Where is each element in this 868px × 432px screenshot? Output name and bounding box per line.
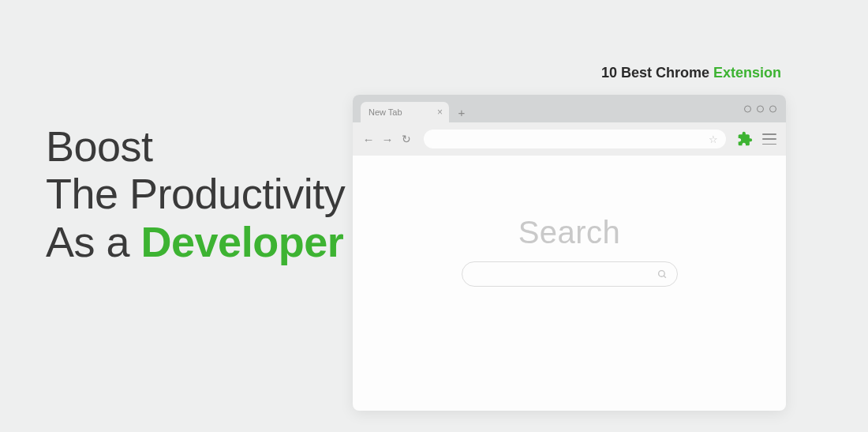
tab-label: New Tab bbox=[369, 107, 402, 117]
back-button[interactable]: ← bbox=[362, 133, 375, 146]
browser-tab[interactable]: New Tab × bbox=[361, 102, 449, 122]
hero-line-3: As a Developer bbox=[46, 218, 345, 265]
browser-window: New Tab × + ← → ↻ ☆ Search bbox=[353, 95, 786, 411]
heading-accent: Extension bbox=[713, 65, 781, 81]
hero-title: Boost The Productivity As a Developer bbox=[46, 122, 345, 265]
hero-line-3-prefix: As a bbox=[46, 218, 141, 265]
page-heading: 10 Best Chrome Extension bbox=[601, 65, 781, 81]
new-tab-button[interactable]: + bbox=[454, 104, 470, 120]
close-window-icon[interactable] bbox=[769, 105, 776, 112]
forward-button[interactable]: → bbox=[381, 133, 394, 146]
menu-line bbox=[762, 133, 776, 135]
maximize-icon[interactable] bbox=[757, 105, 764, 112]
search-heading: Search bbox=[518, 215, 621, 250]
search-input[interactable] bbox=[462, 261, 678, 287]
hero-line-2: The Productivity bbox=[46, 170, 345, 217]
browser-toolbar: ← → ↻ ☆ bbox=[353, 122, 786, 156]
menu-line bbox=[762, 138, 776, 140]
hero-line-3-accent: Developer bbox=[141, 218, 344, 265]
extension-puzzle-icon[interactable] bbox=[737, 131, 753, 147]
svg-point-0 bbox=[658, 270, 664, 276]
heading-prefix: 10 Best Chrome bbox=[601, 65, 713, 81]
address-bar[interactable]: ☆ bbox=[424, 130, 726, 148]
tab-strip: New Tab × + bbox=[353, 95, 786, 122]
new-tab-content: Search bbox=[353, 156, 786, 287]
reload-button[interactable]: ↻ bbox=[400, 133, 413, 145]
svg-line-1 bbox=[664, 276, 666, 278]
minimize-icon[interactable] bbox=[744, 105, 751, 112]
search-icon bbox=[657, 269, 668, 280]
hero-line-1: Boost bbox=[46, 122, 345, 170]
hamburger-menu-icon[interactable] bbox=[762, 133, 776, 145]
menu-line bbox=[762, 144, 776, 145]
window-controls bbox=[744, 105, 776, 112]
close-tab-icon[interactable]: × bbox=[437, 107, 443, 118]
bookmark-star-icon[interactable]: ☆ bbox=[709, 133, 718, 145]
